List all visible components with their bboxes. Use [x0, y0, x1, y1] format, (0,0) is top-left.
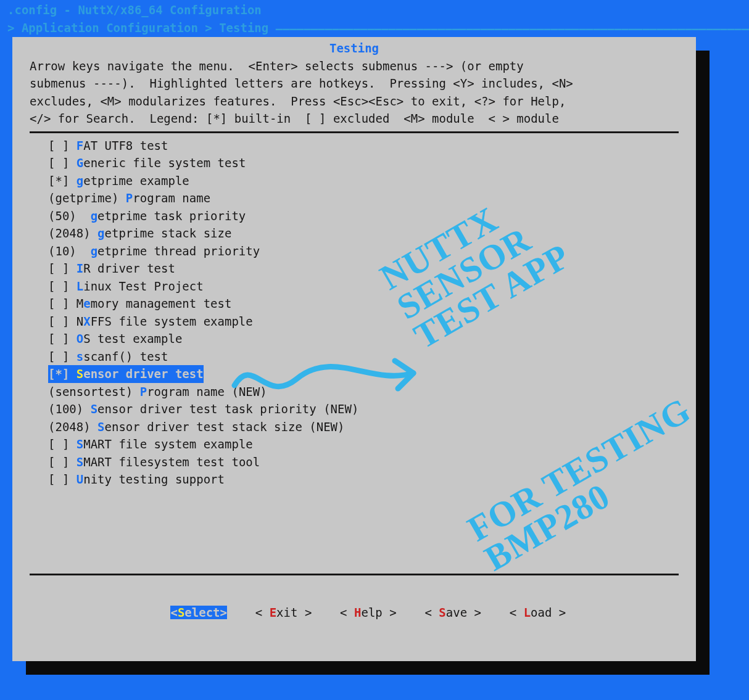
menu-item[interactable]: [ ] Memory management test: [30, 295, 679, 313]
item-prefix: [ ]: [48, 279, 77, 293]
item-prefix: [ ]: [48, 455, 77, 469]
breadcrumb-rule: ————————————————————————————————————————…: [276, 20, 749, 38]
help-line: Arrow keys navigate the menu. <Enter> se…: [30, 57, 679, 75]
item-label: AT UTF8 test: [83, 139, 168, 152]
item-prefix: [ ]: [48, 350, 77, 363]
hotkey: e: [83, 297, 90, 310]
item-prefix: [ ] N: [48, 315, 83, 328]
item-label: etprime thread priority: [97, 244, 260, 258]
item-prefix: (sensortest): [48, 385, 140, 398]
hotkey: S: [77, 437, 83, 451]
menu-item[interactable]: [ ] sscanf() test: [30, 348, 679, 366]
item-label: MART filesystem test tool: [83, 455, 260, 469]
item-label: scanf() test: [83, 350, 168, 363]
save-button[interactable]: < Save >: [424, 606, 481, 619]
item-label: inux Test Project: [83, 279, 203, 293]
hotkey: G: [77, 156, 83, 170]
hotkey: g: [77, 174, 83, 187]
hotkey: F: [77, 139, 83, 152]
menu-item[interactable]: [ ] SMART file system example: [30, 435, 679, 453]
item-prefix: [ ] M: [48, 297, 83, 310]
hotkey: g: [97, 226, 104, 240]
item-label: ensor driver test: [83, 367, 203, 381]
item-prefix: [ ]: [48, 332, 77, 345]
hotkey: S: [77, 367, 83, 381]
help-line: excludes, <M> modularizes features. Pres…: [30, 93, 679, 110]
item-prefix: (50): [48, 209, 91, 223]
hotkey: S: [91, 402, 97, 416]
item-prefix: [ ]: [48, 261, 77, 275]
menu-item[interactable]: [ ] NXFFS file system example: [30, 313, 679, 331]
hotkey: P: [126, 191, 133, 205]
menu-item[interactable]: (getprime) Program name: [30, 189, 679, 207]
button-row: <Select> < Exit > < Help > < Save > < Lo…: [12, 575, 696, 651]
hotkey: S: [77, 455, 83, 469]
item-prefix: (10): [48, 244, 91, 258]
item-prefix: (2048): [48, 420, 97, 434]
menu-item[interactable]: [ ] OS test example: [30, 330, 679, 348]
item-prefix: [*]: [48, 174, 77, 187]
menu-item[interactable]: [ ] SMART filesystem test tool: [30, 453, 679, 471]
help-line: </> for Search. Legend: [*] built-in [ ]…: [30, 110, 679, 128]
menu-item[interactable]: (100) Sensor driver test task priority (…: [30, 400, 679, 418]
hotkey: P: [140, 385, 147, 398]
item-prefix: [ ]: [48, 139, 77, 152]
config-title: .config - NuttX/x86_64 Configuration: [0, 0, 749, 19]
item-label: R driver test: [83, 261, 175, 275]
config-panel: Testing Arrow keys navigate the menu. <E…: [12, 37, 696, 661]
menu-item[interactable]: (10) getprime thread priority: [30, 242, 679, 260]
help-text: Arrow keys navigate the menu. <Enter> se…: [12, 57, 696, 131]
item-label: ensor driver test stack size (NEW): [105, 420, 345, 434]
hotkey: g: [91, 209, 97, 223]
menu-item[interactable]: (2048) Sensor driver test stack size (NE…: [30, 418, 679, 436]
menu-list[interactable]: [ ] FAT UTF8 test[ ] Generic file system…: [30, 131, 679, 575]
hotkey: S: [97, 420, 104, 434]
hotkey: U: [77, 472, 83, 486]
help-button[interactable]: < Help >: [340, 606, 397, 619]
menu-item[interactable]: [ ] Unity testing support: [30, 471, 679, 488]
select-button[interactable]: <Select>: [170, 606, 227, 619]
page-title: Testing: [12, 37, 696, 57]
menu-item[interactable]: (sensortest) Program name (NEW): [30, 383, 679, 401]
help-line: submenus ----). Highlighted letters are …: [30, 75, 679, 93]
item-label: eneric file system test: [83, 156, 246, 170]
item-prefix: [ ]: [48, 437, 77, 451]
item-label: ensor driver test task priority (NEW): [97, 402, 358, 416]
menu-item[interactable]: [*] Sensor driver test: [48, 365, 204, 383]
item-label: S test example: [83, 332, 182, 345]
hotkey: X: [83, 315, 90, 328]
exit-button[interactable]: < Exit >: [255, 606, 312, 619]
item-prefix: [*]: [48, 367, 77, 381]
menu-item[interactable]: (50) getprime task priority: [30, 207, 679, 225]
menu-item[interactable]: [ ] IR driver test: [30, 260, 679, 278]
hotkey: L: [77, 279, 83, 293]
item-prefix: [ ]: [48, 472, 77, 486]
item-label: MART file system example: [83, 437, 253, 451]
item-prefix: (getprime): [48, 191, 126, 205]
hotkey: I: [77, 261, 83, 275]
item-label: FFS file system example: [91, 315, 253, 328]
item-prefix: (100): [48, 402, 91, 416]
hotkey: g: [91, 244, 97, 258]
item-label: mory management test: [91, 297, 232, 310]
item-label: rogram name (NEW): [147, 385, 267, 398]
menu-item[interactable]: [ ] FAT UTF8 test: [30, 137, 679, 155]
menu-item[interactable]: [ ] Linux Test Project: [30, 278, 679, 295]
menu-item[interactable]: [*] getprime example: [30, 172, 679, 190]
menu-item[interactable]: (2048) getprime stack size: [30, 224, 679, 242]
item-label: nity testing support: [83, 472, 225, 486]
item-prefix: (2048): [48, 226, 97, 240]
item-label: etprime example: [83, 174, 189, 187]
hotkey: O: [77, 332, 83, 345]
hotkey: s: [77, 350, 83, 363]
item-label: etprime stack size: [105, 226, 232, 240]
menu-item[interactable]: [ ] Generic file system test: [30, 154, 679, 172]
item-label: rogram name: [133, 191, 210, 205]
breadcrumb-text: > Application Configuration > Testing: [7, 21, 276, 35]
item-label: etprime task priority: [97, 209, 246, 223]
item-prefix: [ ]: [48, 156, 77, 170]
load-button[interactable]: < Load >: [510, 606, 566, 619]
